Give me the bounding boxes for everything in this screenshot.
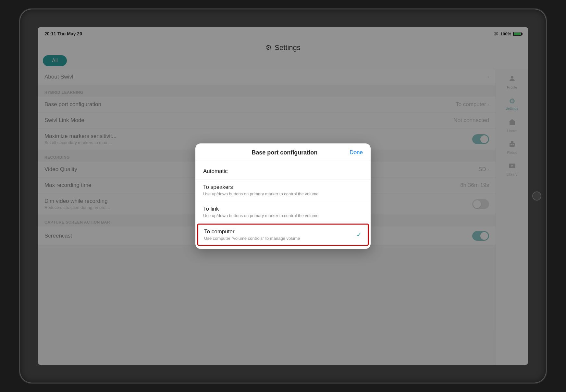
home-button[interactable] bbox=[532, 191, 541, 201]
ipad-frame: 20:11 Thu May 20 ⌘ 100% ⚙ Settings All bbox=[20, 9, 546, 383]
modal-overlay: Base port configuration Done Automatic bbox=[38, 27, 528, 365]
option-to-speakers[interactable]: To speakers Use up/down buttons on prima… bbox=[195, 179, 371, 201]
option-to-link[interactable]: To link Use up/down buttons on primary m… bbox=[195, 201, 371, 223]
ipad-screen: 20:11 Thu May 20 ⌘ 100% ⚙ Settings All bbox=[38, 27, 528, 365]
option-automatic[interactable]: Automatic bbox=[195, 164, 371, 179]
modal-body: Automatic To speakers Use up/down button… bbox=[195, 161, 371, 249]
option-to-computer[interactable]: To computer Use computer "volume control… bbox=[197, 224, 369, 246]
modal-done-button[interactable]: Done bbox=[350, 149, 363, 156]
checkmark-icon: ✓ bbox=[356, 231, 362, 239]
base-port-modal: Base port configuration Done Automatic bbox=[195, 143, 371, 249]
modal-title: Base port configuration bbox=[219, 149, 350, 156]
modal-header: Base port configuration Done bbox=[195, 143, 371, 161]
